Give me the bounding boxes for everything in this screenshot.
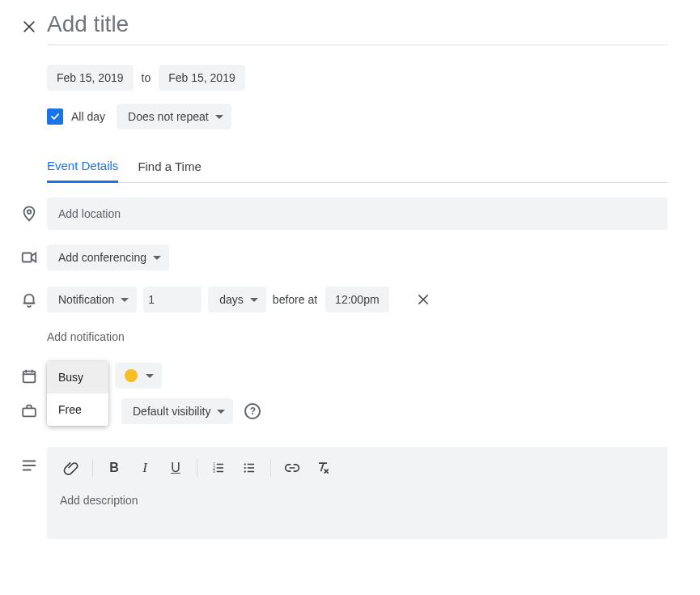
description-input[interactable]: [47, 489, 668, 536]
paperclip-icon: [63, 460, 79, 476]
link-button[interactable]: [278, 453, 307, 482]
allday-label: All day: [71, 110, 105, 123]
conferencing-label: Add conferencing: [58, 251, 146, 264]
close-icon: [416, 292, 431, 307]
notification-time-chip[interactable]: 12:00pm: [325, 287, 388, 312]
svg-text:3: 3: [213, 470, 215, 474]
bulleted-list-icon: [242, 461, 257, 475]
notification-value-input[interactable]: [143, 287, 202, 312]
tab-find-a-time[interactable]: Find a Time: [138, 159, 201, 181]
svg-rect-2: [23, 372, 36, 383]
toolbar-separator: [270, 459, 271, 477]
availability-option-free[interactable]: Free: [47, 393, 108, 426]
svg-point-0: [28, 210, 31, 214]
chevron-down-icon: [153, 256, 161, 260]
notification-remove-button[interactable]: [409, 285, 438, 314]
notification-unit-dropdown[interactable]: days: [208, 287, 266, 312]
svg-rect-1: [23, 253, 32, 262]
repeat-label: Does not repeat: [128, 110, 209, 123]
notification-type-dropdown[interactable]: Notification: [47, 287, 137, 312]
description-toolbar: B I U 123: [47, 447, 668, 489]
bulleted-list-button[interactable]: [235, 453, 264, 482]
underline-button[interactable]: U: [161, 453, 190, 482]
toolbar-separator: [197, 459, 197, 477]
start-date-chip[interactable]: Feb 15, 2019: [47, 65, 134, 91]
chevron-down-icon: [250, 298, 258, 302]
conferencing-dropdown[interactable]: Add conferencing: [47, 244, 169, 270]
notification-beforeat-label: before at: [273, 293, 317, 306]
bell-icon: [11, 291, 47, 308]
svg-point-8: [244, 467, 246, 469]
chevron-down-icon: [215, 115, 223, 119]
svg-point-7: [244, 463, 246, 465]
tab-event-details[interactable]: Event Details: [47, 159, 118, 183]
location-input[interactable]: [47, 198, 668, 230]
attach-button[interactable]: [57, 453, 86, 482]
briefcase-icon: [11, 402, 47, 420]
description-box: B I U 123: [47, 447, 668, 539]
title-input[interactable]: [47, 8, 668, 45]
calendar-color-dot: [125, 369, 138, 382]
availability-option-busy[interactable]: Busy: [47, 361, 108, 393]
repeat-dropdown[interactable]: Does not repeat: [117, 104, 231, 130]
svg-point-9: [244, 470, 246, 472]
notification-type-label: Notification: [58, 293, 114, 306]
chevron-down-icon: [146, 374, 154, 378]
allday-checkbox[interactable]: [47, 108, 63, 125]
check-icon: [49, 111, 61, 122]
notification-unit-label: days: [219, 293, 244, 306]
chevron-down-icon: [121, 298, 129, 302]
date-to-label: to: [142, 71, 151, 84]
numbered-list-icon: 123: [211, 461, 226, 475]
description-icon: [11, 447, 47, 474]
end-date-chip[interactable]: Feb 15, 2019: [159, 65, 245, 91]
close-button[interactable]: [11, 19, 47, 35]
close-icon: [21, 19, 37, 35]
svg-rect-3: [23, 408, 36, 416]
clear-formatting-button[interactable]: [308, 453, 337, 482]
availability-menu: Busy Free: [47, 361, 108, 426]
bold-button[interactable]: B: [100, 453, 129, 482]
video-icon: [11, 249, 47, 266]
toolbar-separator: [92, 459, 93, 477]
tabs: Event Details Find a Time: [47, 159, 668, 183]
location-icon: [11, 205, 47, 223]
title-underline: [47, 45, 668, 45]
calendar-icon: [11, 363, 47, 385]
italic-button[interactable]: I: [130, 453, 159, 482]
numbered-list-button[interactable]: 123: [204, 453, 233, 482]
link-icon: [284, 460, 300, 476]
calendar-color-dropdown[interactable]: [115, 363, 162, 389]
clear-format-icon: [315, 460, 331, 476]
add-notification-button[interactable]: Add notification: [47, 330, 668, 343]
